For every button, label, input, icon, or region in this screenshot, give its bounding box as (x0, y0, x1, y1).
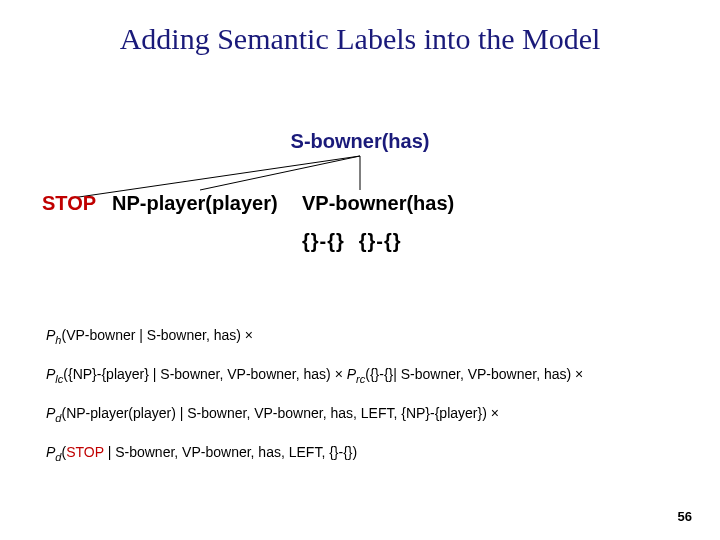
formula-line-4: Pd(STOP | S-bowner, VP-bowner, has, LEFT… (46, 443, 686, 464)
slide-title: Adding Semantic Labels into the Model (0, 22, 720, 56)
p-symbol: P (46, 405, 55, 421)
p-sub-rc: rc (356, 373, 365, 385)
tree-braces: {}-{}{}-{} (302, 230, 402, 253)
formula-3-body: (NP-player(player) | S-bowner, VP-bowner… (61, 405, 498, 421)
formula-2a-body: ({NP}-{player} | S-bowner, VP-bowner, ha… (63, 366, 346, 382)
formula-2b-body: ({}-{}| S-bowner, VP-bowner, has) × (365, 366, 583, 382)
p-symbol: P (46, 444, 55, 460)
svg-line-1 (200, 156, 360, 190)
tree-stop-label: STOP (42, 192, 96, 215)
p-symbol: P (46, 366, 55, 382)
formula-1-body: (VP-bowner | S-bowner, has) × (61, 327, 253, 343)
p-symbol: P (46, 327, 55, 343)
formula-4-rest: | S-bowner, VP-bowner, has, LEFT, {}-{}) (104, 444, 357, 460)
formula-line-3: Pd(NP-player(player) | S-bowner, VP-bown… (46, 404, 686, 425)
braces-left: {}-{} (302, 230, 345, 252)
p-symbol: P (347, 366, 356, 382)
formula-block: Ph(VP-bowner | S-bowner, has) × Plc({NP}… (46, 326, 686, 482)
formula-line-1: Ph(VP-bowner | S-bowner, has) × (46, 326, 686, 347)
tree-vp-label: VP-bowner(has) (302, 192, 454, 215)
tree-root-label: S-bowner(has) (0, 130, 720, 153)
formula-4-stop: STOP (66, 444, 104, 460)
page-number: 56 (678, 509, 692, 524)
braces-right: {}-{} (359, 230, 402, 252)
tree-np-label: NP-player(player) (112, 192, 278, 215)
formula-line-2: Plc({NP}-{player} | S-bowner, VP-bowner,… (46, 365, 686, 386)
